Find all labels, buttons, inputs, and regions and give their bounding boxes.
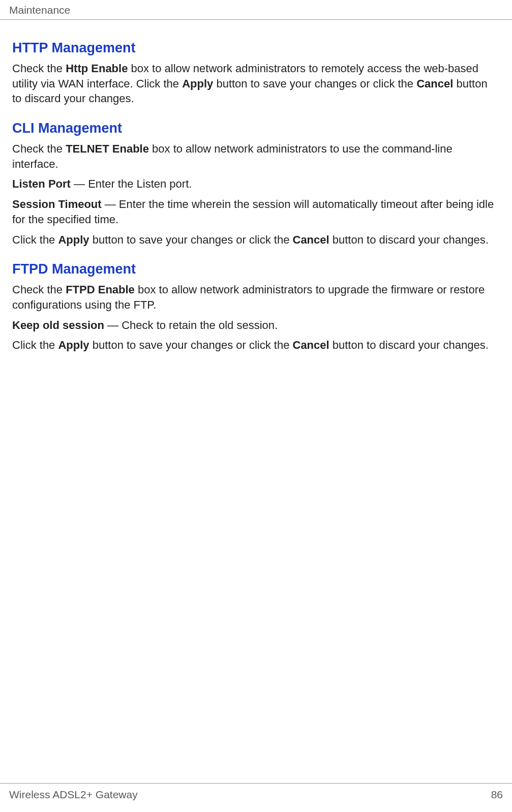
apply-label: Apply	[182, 77, 213, 90]
text-fragment: button to save your changes or click the	[213, 77, 416, 90]
header-title: Maintenance	[9, 4, 70, 16]
http-paragraph-1: Check the Http Enable box to allow netwo…	[12, 61, 500, 106]
content-area: HTTP Management Check the Http Enable bo…	[0, 20, 512, 353]
ftpd-paragraph-1: Check the FTPD Enable box to allow netwo…	[12, 282, 500, 312]
cli-paragraph-3: Session Timeout — Enter the time wherein…	[12, 197, 500, 227]
ftpd-paragraph-3: Click the Apply button to save your chan…	[12, 338, 500, 353]
ftpd-enable-label: FTPD Enable	[66, 283, 135, 296]
telnet-enable-label: TELNET Enable	[66, 142, 149, 155]
session-timeout-label: Session Timeout	[12, 198, 102, 210]
footer-product: Wireless ADSL2+ Gateway	[9, 789, 138, 801]
text-fragment: button to discard your changes.	[329, 339, 489, 351]
cancel-label: Cancel	[293, 233, 329, 246]
apply-label: Apply	[58, 339, 89, 351]
apply-label: Apply	[58, 233, 89, 246]
cli-paragraph-2: Listen Port — Enter the Listen port.	[12, 176, 500, 192]
text-fragment: — Check to retain the old session.	[104, 319, 278, 332]
text-fragment: Check the	[12, 142, 66, 155]
cli-paragraph-4: Click the Apply button to save your chan…	[12, 232, 500, 248]
cli-paragraph-1: Check the TELNET Enable box to allow net…	[12, 141, 500, 171]
listen-port-label: Listen Port	[12, 177, 71, 190]
text-fragment: Click the	[12, 339, 58, 351]
cancel-label: Cancel	[416, 77, 453, 90]
ftpd-management-heading: FTPD Management	[12, 261, 500, 277]
cancel-label: Cancel	[293, 339, 329, 351]
http-management-heading: HTTP Management	[12, 40, 500, 56]
text-fragment: button to save your changes or click the	[89, 339, 293, 351]
text-fragment: button to save your changes or click the	[89, 233, 293, 246]
text-fragment: button to discard your changes.	[329, 233, 489, 246]
http-enable-label: Http Enable	[66, 62, 128, 75]
cli-management-heading: CLI Management	[12, 121, 500, 136]
text-fragment: — Enter the Listen port.	[71, 177, 192, 190]
page-footer: Wireless ADSL2+ Gateway 86	[0, 783, 512, 812]
text-fragment: Check the	[12, 283, 66, 296]
text-fragment: Check the	[12, 62, 66, 75]
page-header: Maintenance	[0, 0, 512, 20]
keep-old-session-label: Keep old session	[12, 319, 104, 332]
ftpd-paragraph-2: Keep old session — Check to retain the o…	[12, 318, 500, 333]
footer-page-number: 86	[491, 789, 503, 801]
text-fragment: Click the	[12, 233, 58, 246]
